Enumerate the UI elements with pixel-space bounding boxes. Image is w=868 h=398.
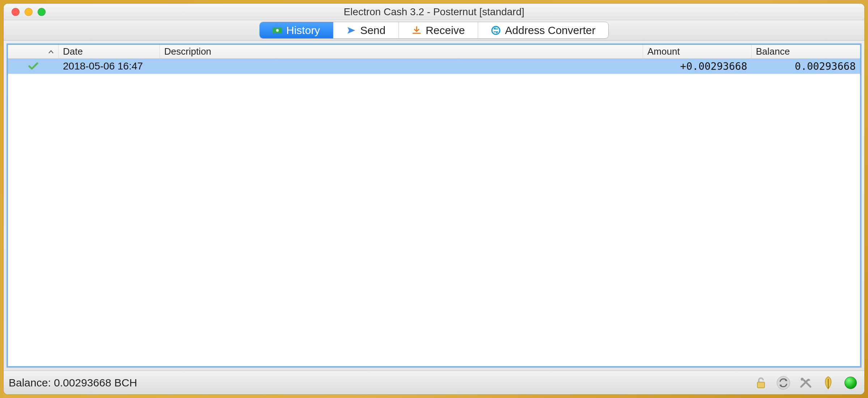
tab-receive-label: Receive	[426, 24, 465, 37]
history-icon	[273, 26, 282, 35]
column-header-balance[interactable]: Balance	[752, 45, 860, 58]
column-header-status[interactable]	[8, 45, 59, 58]
app-window: Electron Cash 3.2 - Posternut [standard]…	[4, 4, 864, 394]
svg-point-4	[777, 376, 790, 389]
tab-receive[interactable]: Receive	[399, 22, 478, 38]
preferences-icon[interactable]	[797, 374, 814, 391]
tabbar: History Send Receive Address Converter	[4, 20, 864, 41]
transaction-date-cell: 2018-05-06 16:47	[59, 60, 160, 72]
window-controls	[4, 8, 46, 16]
seed-icon[interactable]	[820, 374, 837, 391]
table-row[interactable]: 2018-05-06 16:47 +0.00293668 0.00293668	[8, 59, 860, 74]
minimize-window-button[interactable]	[25, 8, 33, 16]
sync-icon[interactable]	[775, 374, 792, 391]
close-window-button[interactable]	[12, 8, 20, 16]
svg-point-1	[276, 29, 278, 31]
column-header-date[interactable]: Date	[59, 45, 160, 58]
tab-address-converter[interactable]: Address Converter	[478, 22, 608, 38]
address-converter-icon	[491, 26, 501, 35]
tab-send-label: Send	[360, 24, 386, 37]
svg-point-2	[492, 26, 500, 34]
column-header-description-label: Description	[164, 46, 211, 57]
column-header-amount-label: Amount	[647, 46, 680, 57]
window-title: Electron Cash 3.2 - Posternut [standard]	[4, 6, 864, 18]
statusbar: Balance: 0.00293668 BCH	[4, 371, 864, 394]
zoom-window-button[interactable]	[38, 8, 46, 16]
lock-icon[interactable]	[752, 374, 770, 391]
titlebar: Electron Cash 3.2 - Posternut [standard]	[4, 4, 864, 20]
receive-icon	[412, 26, 421, 35]
svg-rect-3	[757, 382, 765, 388]
column-header-description[interactable]: Description	[160, 45, 643, 58]
transaction-balance-cell: 0.00293668	[752, 60, 860, 72]
content-area: Date Description Amount Balance	[4, 41, 864, 371]
column-header-amount[interactable]: Amount	[643, 45, 752, 58]
column-header-date-label: Date	[63, 46, 83, 57]
transaction-amount-cell: +0.00293668	[643, 60, 752, 72]
transaction-status-cell	[8, 62, 59, 71]
history-table: Date Description Amount Balance	[7, 43, 861, 368]
svg-point-5	[801, 378, 804, 381]
sort-indicator-icon	[48, 50, 54, 54]
network-status-icon[interactable]	[842, 374, 859, 391]
tab-history[interactable]: History	[260, 22, 333, 38]
tabs-container: History Send Receive Address Converter	[259, 22, 609, 39]
tab-send[interactable]: Send	[333, 22, 399, 38]
tab-history-label: History	[286, 24, 320, 37]
send-icon	[346, 26, 356, 35]
confirmed-check-icon	[28, 62, 38, 71]
table-header: Date Description Amount Balance	[8, 45, 860, 59]
tab-address-converter-label: Address Converter	[505, 24, 595, 37]
balance-text: Balance: 0.00293668 BCH	[9, 377, 137, 389]
column-header-balance-label: Balance	[756, 46, 790, 57]
table-body[interactable]: 2018-05-06 16:47 +0.00293668 0.00293668	[8, 59, 860, 366]
